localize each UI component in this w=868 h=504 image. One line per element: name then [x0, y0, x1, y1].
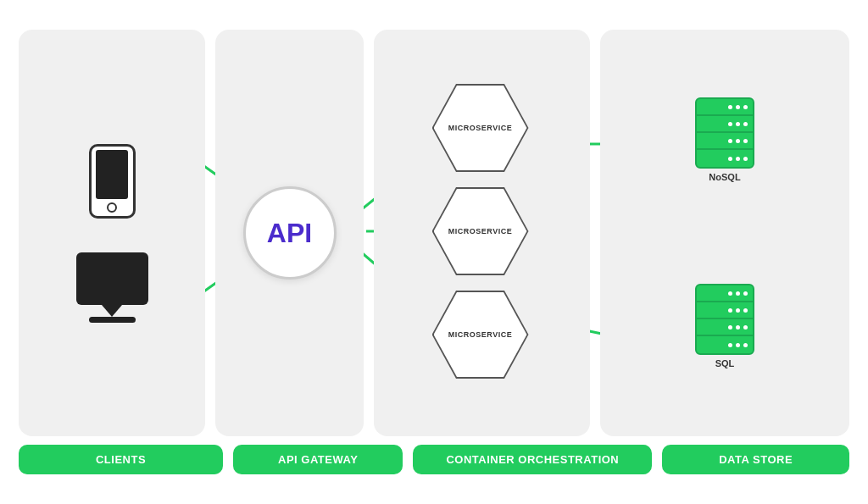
phone-icon — [89, 144, 136, 219]
orchestration-label-btn: CONTAINER ORCHESTRATION — [413, 445, 652, 474]
diagram-wrapper: API MICROSERVICE MICROSERVICE — [17, 30, 851, 474]
db-dot — [728, 308, 732, 313]
db-row-3 — [697, 319, 753, 336]
databases-container: NoSQL — [695, 30, 754, 436]
orchestration-column: MICROSERVICE MICROSERVICE MICROSERVICE — [374, 30, 590, 436]
db-dot — [728, 291, 732, 296]
db-dot — [743, 325, 748, 330]
db-row-4 — [697, 150, 753, 167]
clients-label-btn: CLIENTS — [19, 445, 223, 474]
clients-icons — [76, 144, 148, 323]
db-row-1 — [697, 285, 753, 302]
microservices-container: MICROSERVICE MICROSERVICE MICROSERVICE — [434, 86, 531, 380]
api-label: API — [267, 218, 312, 249]
hex-inner-top: MICROSERVICE — [434, 86, 527, 170]
clients-column — [19, 30, 205, 436]
sql-db: SQL — [695, 284, 754, 368]
api-gateway-label-btn: API GATEWAY — [233, 445, 403, 474]
db-dot — [736, 343, 740, 347]
labels-row: CLIENTS API GATEWAY CONTAINER ORCHESTRAT… — [19, 445, 849, 474]
microservice-label-middle: MICROSERVICE — [448, 227, 512, 235]
db-dot — [743, 291, 748, 296]
datastore-label-btn: DATA STORE — [662, 445, 849, 474]
db-dot — [736, 325, 740, 330]
api-circle: API — [243, 186, 337, 280]
microservice-top: MICROSERVICE — [434, 86, 531, 174]
hex-inner-bottom: MICROSERVICE — [434, 292, 527, 377]
db-dot — [743, 343, 748, 347]
db-dot — [743, 105, 748, 109]
datastore-column: NoSQL — [600, 30, 849, 436]
db-row-4 — [697, 336, 753, 353]
db-dot — [743, 122, 748, 126]
db-dot — [743, 139, 748, 143]
microservice-label-bottom: MICROSERVICE — [448, 330, 512, 339]
microservice-bottom: MICROSERVICE — [434, 292, 531, 380]
db-dot — [728, 343, 732, 347]
db-row-1 — [697, 99, 753, 116]
db-dot — [728, 325, 732, 330]
api-gateway-column: API — [215, 30, 364, 436]
microservice-middle: MICROSERVICE — [434, 189, 531, 277]
db-dot — [736, 308, 740, 313]
sql-db-body — [695, 284, 754, 355]
db-dot — [736, 139, 740, 143]
db-dot — [728, 139, 732, 143]
db-dot — [728, 105, 732, 109]
db-dot — [728, 122, 732, 126]
db-dot — [736, 105, 740, 109]
sql-label: SQL — [715, 358, 735, 368]
desktop-icon — [76, 252, 148, 323]
columns-container: API MICROSERVICE MICROSERVICE — [19, 30, 849, 436]
nosql-db: NoSQL — [695, 97, 754, 182]
db-row-2 — [697, 302, 753, 319]
db-dot — [736, 291, 740, 296]
hex-inner-middle: MICROSERVICE — [434, 189, 527, 274]
db-row-3 — [697, 133, 753, 150]
nosql-label: NoSQL — [709, 172, 740, 182]
db-dot — [728, 157, 732, 161]
db-dot — [736, 157, 740, 161]
db-dot — [743, 157, 748, 161]
microservice-label-top: MICROSERVICE — [448, 124, 512, 132]
db-row-2 — [697, 116, 753, 133]
db-dot — [743, 308, 748, 313]
nosql-db-body — [695, 97, 754, 169]
db-dot — [736, 122, 740, 126]
